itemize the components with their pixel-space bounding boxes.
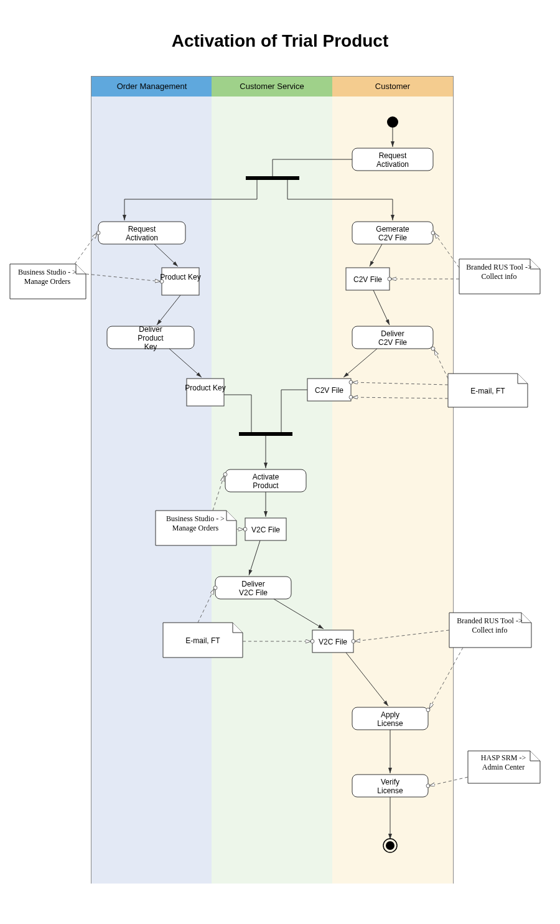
flow-edge (287, 180, 393, 220)
svg-text:Product Key: Product Key (160, 273, 200, 281)
note-link (352, 397, 448, 398)
note-link (198, 589, 214, 623)
pin (213, 586, 217, 590)
note-link (429, 777, 468, 786)
diagram-svg: RequestActivation RequestActivation Prod… (0, 0, 560, 924)
fork-bar (246, 176, 299, 180)
node-label: VerifyLicense (377, 778, 403, 795)
node-label: ApplyLicense (377, 710, 403, 728)
diagram-stage: Activation of Trial Product Order Manage… (0, 0, 560, 924)
note-link (355, 630, 449, 641)
object-product-key (162, 268, 199, 295)
node-label: GemerateC2V File (376, 225, 409, 242)
flow-edge (281, 390, 307, 432)
pin (352, 639, 355, 643)
note-link (213, 476, 224, 511)
note-link (429, 648, 463, 709)
note-label: E-mail, FT (470, 387, 505, 395)
node-label: Product Key (160, 273, 200, 281)
node-label: RequestActivation (126, 225, 158, 242)
note-label: E-mail, FT (185, 636, 220, 645)
pin (431, 347, 435, 351)
flow-edge (224, 395, 251, 432)
node-label: C2V File (315, 386, 343, 395)
flow-edge (169, 349, 202, 377)
start-node (387, 116, 398, 128)
flow-edge (157, 295, 180, 325)
node-label: V2C File (319, 638, 347, 646)
end-node (386, 841, 394, 850)
note-label: Business Studio - > Manage Orders (158, 514, 233, 533)
svg-text:Product Key: Product Key (185, 384, 225, 392)
note-link (86, 274, 161, 281)
flow-edge (273, 159, 352, 176)
flow-edge (373, 290, 390, 325)
pin (431, 231, 435, 235)
node-label: DeliverC2V File (378, 329, 407, 347)
note-link (75, 233, 97, 264)
note-link (434, 233, 459, 268)
flow-edge (274, 599, 324, 629)
pin (96, 231, 100, 235)
flow-edge (249, 540, 260, 575)
flow-edge (346, 653, 388, 706)
join-bar (239, 432, 292, 436)
flow-edge (370, 244, 382, 266)
node-label: ActivateProduct (253, 473, 279, 490)
node-label: DeliverV2C File (239, 580, 268, 597)
note-label: Business Studio - > Manage Orders (12, 268, 82, 286)
object-product-key-2 (187, 379, 224, 406)
note-label: Branded RUS Tool -> Collect info (462, 263, 536, 281)
note-link (434, 350, 448, 379)
flow-edge (124, 180, 257, 220)
flow-edge (343, 349, 377, 377)
node-label: RequestActivation (376, 151, 409, 169)
node-label: C2V File (353, 275, 382, 284)
note-label: HASP SRM -> Admin Center (470, 753, 536, 772)
node-label: Product Key (185, 384, 225, 392)
note-fold (518, 374, 528, 384)
note-link (352, 382, 448, 385)
note-label: Branded RUS Tool -> Collect info (452, 616, 528, 635)
node-label: V2C File (251, 526, 280, 534)
flow-edge (154, 244, 178, 266)
